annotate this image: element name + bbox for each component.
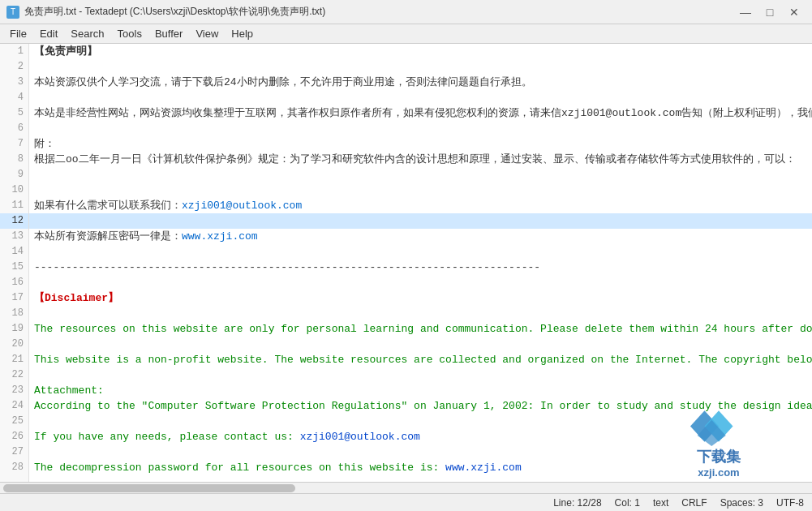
- text-line-4: [29, 90, 812, 105]
- status-eol: CRLF: [681, 497, 707, 509]
- text-line-27: [29, 444, 812, 460]
- minimize-button[interactable]: —: [734, 3, 757, 21]
- status-line: Line: 12/28: [553, 497, 601, 509]
- line-number-3: 3: [0, 75, 28, 90]
- window-title: 免责声明.txt - Textadept (C:\Users\xzji\Desk…: [24, 5, 734, 19]
- text-line-11: 如果有什么需求可以联系我们：xzji001@outlook.com: [29, 198, 812, 213]
- text-line-19: The resources on this website are only f…: [29, 321, 812, 337]
- text-line-5: 本站是非经营性网站，网站资源均收集整理于互联网，其著作权归原作者所有，如果有侵犯…: [29, 105, 812, 121]
- window-controls: — □ ✕: [734, 3, 806, 21]
- text-line-9: [29, 167, 812, 182]
- line-number-18: 18: [0, 306, 28, 321]
- text-line-17: 【Disclaimer】: [29, 290, 812, 306]
- email-link: xzji001@outlook.com: [182, 200, 302, 212]
- menu-view[interactable]: View: [189, 26, 225, 41]
- text-line-8: 根据二oo二年一月一日《计算机软件保护条例》规定：为了学习和研究软件内含的设计思…: [29, 152, 812, 167]
- text-line-20: [29, 337, 812, 352]
- text-line-12: [29, 213, 812, 229]
- menu-edit[interactable]: Edit: [33, 26, 64, 41]
- line-number-8: 8: [0, 152, 28, 167]
- editor-main[interactable]: 1234567891011121314151617181920212223242…: [0, 44, 812, 482]
- horizontal-scrollbar[interactable]: [0, 482, 812, 493]
- text-line-2: [29, 59, 812, 75]
- title-bar: T 免责声明.txt - Textadept (C:\Users\xzji\De…: [0, 0, 812, 24]
- line-number-15: 15: [0, 260, 28, 275]
- menu-help[interactable]: Help: [225, 26, 260, 41]
- line-number-28: 28: [0, 460, 28, 475]
- line-number-23: 23: [0, 383, 28, 398]
- status-col: Col: 1: [615, 497, 640, 509]
- maximize-button[interactable]: □: [758, 3, 781, 21]
- text-line-15: ----------------------------------------…: [29, 260, 812, 275]
- line-number-7: 7: [0, 136, 28, 152]
- text-line-13: 本站所有资源解压密码一律是：www.xzji.com: [29, 229, 812, 244]
- text-line-6: [29, 121, 812, 136]
- line-number-20: 20: [0, 337, 28, 352]
- line-number-26: 26: [0, 429, 28, 444]
- text-line-26: If you have any needs, please contact us…: [29, 429, 812, 444]
- line-number-24: 24: [0, 398, 28, 414]
- line-number-13: 13: [0, 229, 28, 244]
- line-number-17: 17: [0, 290, 28, 306]
- text-line-24: According to the "Computer Software Prot…: [29, 398, 812, 414]
- line-number-14: 14: [0, 244, 28, 260]
- text-line-23: Attachment:: [29, 383, 812, 398]
- line-number-11: 11: [0, 198, 28, 213]
- scrollbar-thumb[interactable]: [3, 484, 295, 492]
- text-line-25: [29, 414, 812, 429]
- line-number-10: 10: [0, 182, 28, 198]
- menu-file[interactable]: File: [3, 26, 33, 41]
- line-number-19: 19: [0, 321, 28, 337]
- line-number-22: 22: [0, 367, 28, 383]
- line-number-25: 25: [0, 414, 28, 429]
- text-line-3: 本站资源仅供个人学习交流，请于下载后24小时内删除，不允许用于商业用途，否则法律…: [29, 75, 812, 90]
- text-content[interactable]: 【免责声明】 本站资源仅供个人学习交流，请于下载后24小时内删除，不允许用于商业…: [29, 44, 812, 482]
- menu-search[interactable]: Search: [64, 26, 110, 41]
- line-number-21: 21: [0, 352, 28, 367]
- text-line-21: This website is a non-profit website. Th…: [29, 352, 812, 367]
- text-line-16: [29, 275, 812, 290]
- status-type: text: [653, 497, 668, 509]
- line-number-16: 16: [0, 275, 28, 290]
- line-number-4: 4: [0, 90, 28, 105]
- menu-bar: File Edit Search Tools Buffer View Help: [0, 24, 812, 44]
- line-number-9: 9: [0, 167, 28, 182]
- line-number-6: 6: [0, 121, 28, 136]
- line-numbers: 1234567891011121314151617181920212223242…: [0, 44, 29, 482]
- status-bar: Line: 12/28 Col: 1 text CRLF Spaces: 3 U…: [0, 493, 812, 511]
- text-line-18: [29, 306, 812, 321]
- url-link: www.xzji.com: [182, 230, 258, 243]
- text-line-28: The decompression password for all resou…: [29, 460, 812, 475]
- bold-text: 【免责声明】: [34, 45, 97, 58]
- menu-buffer[interactable]: Buffer: [148, 26, 189, 41]
- app-icon: T: [6, 6, 19, 19]
- text-line-22: [29, 367, 812, 383]
- text-line-1: 【免责声明】: [29, 44, 812, 59]
- line-number-27: 27: [0, 444, 28, 460]
- line-number-2: 2: [0, 59, 28, 75]
- close-button[interactable]: ✕: [783, 3, 806, 21]
- line-number-1: 1: [0, 44, 28, 59]
- editor-container: 1234567891011121314151617181920212223242…: [0, 44, 812, 493]
- disclaimer-heading: 【Disclaimer】: [34, 292, 118, 304]
- line-number-5: 5: [0, 105, 28, 121]
- menu-tools[interactable]: Tools: [111, 26, 148, 41]
- status-encoding: UTF-8: [776, 497, 804, 509]
- text-line-7: 附：: [29, 136, 812, 152]
- text-line-10: [29, 182, 812, 198]
- status-spaces: Spaces: 3: [720, 497, 763, 509]
- text-line-14: [29, 244, 812, 260]
- line-number-12: 12: [0, 213, 28, 229]
